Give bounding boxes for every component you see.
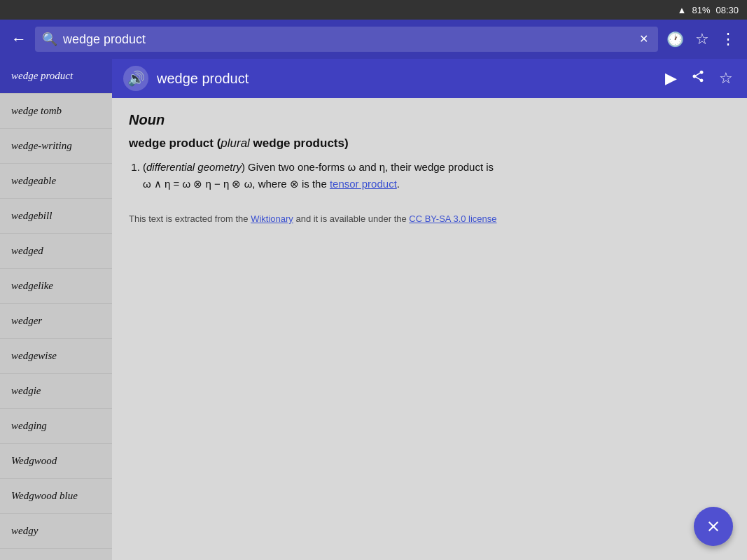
sidebar-item-wedgewise[interactable]: wedgewise [0,339,112,374]
entry-word: wedge product (plural wedge products) [129,136,730,150]
sidebar-item-wedgeable[interactable]: wedgeable [0,164,112,199]
sidebar-item-wedgelike[interactable]: wedgelike [0,269,112,304]
star-button[interactable]: ☆ [716,66,736,90]
sidebar-item-wedgebill[interactable]: wedgebill [0,199,112,234]
sidebar-item-wedgie[interactable]: wedgie [0,374,112,409]
sidebar-item-wedge-tomb[interactable]: wedge tomb [0,94,112,129]
history-button[interactable]: 🕐 [664,29,687,49]
share-button[interactable] [688,66,708,90]
battery-status: 81% [692,5,710,15]
footer-text: This text is extracted from the Wiktiona… [129,212,730,226]
search-input[interactable] [63,32,631,47]
status-bar: ▲ 81% 08:30 [0,0,747,20]
sidebar: wedge product wedge tomb wedge-writing w… [0,59,112,560]
main-panel: 🔊 wedge product ▶ ☆ Noun wedge product (… [112,59,747,560]
tensor-product-link[interactable]: tensor product [330,178,397,190]
back-button[interactable]: ← [8,29,29,50]
definition-1: (differential geometry) Given two one-fo… [143,159,730,192]
sidebar-item-wedgwood[interactable]: Wedgwood [0,444,112,479]
fab-button[interactable] [694,507,733,546]
sidebar-item-wedgwood-blue[interactable]: Wedgwood blue [0,479,112,514]
sidebar-item-wedgy[interactable]: wedgy [0,514,112,549]
sound-button[interactable]: 🔊 [123,66,148,91]
sidebar-item-wedger[interactable]: wedger [0,304,112,339]
menu-button[interactable]: ⋮ [718,29,739,50]
time-display: 08:30 [715,5,739,15]
search-icon: 🔍 [42,31,57,47]
dict-content: Noun wedge product (plural wedge product… [112,98,747,560]
search-bar: 🔍 ✕ [35,27,658,52]
wiktionary-link[interactable]: Wiktionary [251,214,293,224]
wifi-icon: ▲ [678,5,687,15]
license-link[interactable]: CC BY-SA 3.0 license [409,214,496,224]
sidebar-item-wedged[interactable]: wedged [0,234,112,269]
sidebar-item-wedging[interactable]: wedging [0,409,112,444]
clear-button[interactable]: ✕ [636,31,651,48]
play-button[interactable]: ▶ [662,66,680,90]
definition-list: (differential geometry) Given two one-fo… [143,159,730,192]
sidebar-item-wedge-writing[interactable]: wedge-writing [0,129,112,164]
part-of-speech: Noun [129,112,730,128]
toolbar: ← 🔍 ✕ 🕐 ☆ ⋮ [0,20,747,59]
word-header: 🔊 wedge product ▶ ☆ [112,59,747,98]
word-header-title: wedge product [157,71,654,87]
favorite-button[interactable]: ☆ [692,29,712,50]
sidebar-item-wedge-product[interactable]: wedge product [0,59,112,94]
content-area: wedge product wedge tomb wedge-writing w… [0,59,747,560]
